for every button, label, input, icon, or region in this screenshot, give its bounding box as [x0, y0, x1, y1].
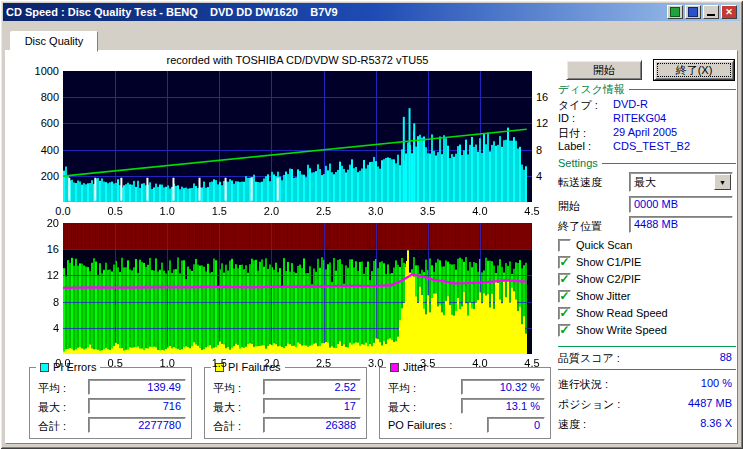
progress-label: 進行状況 : [558, 378, 608, 390]
checkbox-label: Show Jitter [576, 290, 630, 302]
disc-type-row: タイプ : DVD-R [558, 98, 736, 111]
axis-tick-label: 0.0 [48, 205, 78, 217]
checkbox-quick-scan[interactable]: Quick Scan [558, 238, 632, 252]
stat-value-field: 2.52 [263, 379, 361, 395]
speed-label: 速度 : [558, 418, 586, 430]
start-position-field[interactable]: 0000 MB [629, 196, 733, 213]
checkbox-icon[interactable]: ✓ [558, 273, 571, 286]
separator [558, 346, 736, 347]
checkbox-show-c2-pif[interactable]: ✓ Show C2/PIF [558, 272, 641, 286]
disc-date-label: 日付 : [558, 127, 586, 139]
axis-tick-label: 1.0 [152, 205, 182, 217]
checkbox-show-jitter[interactable]: ✓ Show Jitter [558, 289, 630, 303]
transfer-speed-label: 転送速度 [558, 175, 602, 190]
axis-tick-label: 4.0 [465, 205, 495, 217]
disk-icon [688, 7, 698, 17]
chart-icon-button[interactable] [667, 5, 683, 19]
axis-tick-label: 4 [536, 170, 560, 182]
checkbox-icon[interactable]: ✓ [558, 256, 571, 269]
axis-tick-label: 12 [536, 117, 560, 129]
position-row: ポジション : 4487 MB [558, 397, 734, 410]
settings-header: Settings [558, 157, 736, 169]
axis-tick-label: 12 [19, 269, 59, 281]
chevron-down-icon[interactable]: ▼ [714, 174, 731, 190]
chart-icon [670, 7, 680, 17]
minimize-icon [707, 14, 715, 16]
checkbox-show-write-speed[interactable]: ✓ Show Write Speed [558, 323, 667, 337]
axis-tick-label: 1.5 [204, 357, 234, 369]
disc-id-value: RITEKG04 [613, 112, 666, 124]
stat-label: 最大 : [38, 400, 66, 415]
checkbox-icon[interactable]: ✓ [558, 290, 571, 303]
disc-label-value: CDS_TEST_B2 [613, 140, 690, 152]
checkbox-icon[interactable] [558, 239, 571, 252]
disc-type-label: タイプ : [558, 99, 598, 111]
stat-label: PO Failures : [388, 419, 452, 431]
progress-row: 進行状況 : 100 % [558, 377, 734, 390]
window-title: CD Speed : Disc Quality Test - BENQ DVD … [6, 6, 667, 18]
stat-label: 平均 : [388, 381, 416, 396]
disc-quality-page: recorded with TOSHIBA CD/DVDW SD-R5372 v… [5, 50, 738, 444]
checkbox-label: Quick Scan [576, 239, 632, 251]
axis-tick-label: 4.5 [517, 205, 547, 217]
pi-errors-box: PI Errors 平均 : 139.49 最大 : 716 合計 : 2277… [29, 367, 192, 439]
start-position-label: 開始 [558, 199, 580, 214]
axis-tick-label: 4.5 [517, 357, 547, 369]
speed-row: 速度 : 8.36 X [558, 417, 734, 430]
header-rule [629, 89, 736, 90]
stat-label: 合計 : [38, 419, 66, 434]
close-icon: ✕ [725, 8, 733, 17]
disc-id-row: ID : RITEKG04 [558, 112, 736, 125]
stat-label: 最大 : [213, 400, 241, 415]
stat-label: 合計 : [213, 419, 241, 434]
checkbox-icon[interactable]: ✓ [558, 307, 571, 320]
save-icon-button[interactable] [685, 5, 701, 19]
pi-failures-box: PI Failures 平均 : 2.52 最大 : 17 合計 : 26388 [204, 367, 367, 439]
stat-value-field: 139.49 [88, 379, 186, 395]
axis-tick-label: 800 [19, 91, 59, 103]
stat-value-field: 10.32 % [461, 379, 545, 395]
disc-label-label: Label : [558, 140, 591, 152]
disc-info-header: ディスク情報 [558, 82, 736, 97]
axis-tick-label: 4 [19, 322, 59, 334]
stat-value-field: 716 [88, 398, 186, 414]
stat-label: 最大 : [388, 400, 416, 415]
start-button[interactable]: 開始 [566, 60, 642, 80]
minimize-button[interactable] [703, 5, 719, 19]
stat-value-field: 13.1 % [461, 398, 545, 414]
disc-date-value: 29 April 2005 [613, 126, 677, 138]
axis-tick-label: 1.0 [152, 357, 182, 369]
checkbox-icon[interactable]: ✓ [558, 324, 571, 337]
axis-tick-label: 4.0 [465, 357, 495, 369]
stat-label: 平均 : [38, 381, 66, 396]
titlebar[interactable]: CD Speed : Disc Quality Test - BENQ DVD … [3, 3, 740, 21]
exit-button[interactable]: 終了(X) [654, 60, 734, 80]
checkbox-show-c1-pie[interactable]: ✓ Show C1/PIE [558, 255, 641, 269]
axis-tick-label: 2.5 [309, 205, 339, 217]
checkbox-label: Show Write Speed [576, 324, 667, 336]
end-position-label: 終了位置 [558, 219, 602, 234]
axis-tick-label: 600 [19, 117, 59, 129]
axis-tick-label: 8 [536, 144, 560, 156]
checkbox-label: Show Read Speed [576, 307, 668, 319]
axis-tick-label: 16 [19, 243, 59, 255]
chart-note: recorded with TOSHIBA CD/DVDW SD-R5372 v… [63, 54, 532, 66]
disc-label-row: Label : CDS_TEST_B2 [558, 140, 736, 153]
quality-score-value: 88 [720, 351, 732, 363]
settings-header-label: Settings [558, 157, 598, 169]
axis-tick-label: 2.0 [256, 205, 286, 217]
axis-tick-label: 1.5 [204, 205, 234, 217]
disc-date-row: 日付 : 29 April 2005 [558, 126, 736, 139]
close-button[interactable]: ✕ [721, 5, 737, 19]
disc-type-value: DVD-R [613, 98, 648, 110]
transfer-speed-combobox[interactable]: 最大 ▼ [629, 172, 733, 192]
axis-tick-label: 3.5 [413, 205, 443, 217]
checkbox-label: Show C1/PIE [576, 256, 641, 268]
axis-tick-label: 2.5 [309, 357, 339, 369]
position-value: 4487 MB [688, 397, 732, 409]
quality-score-label: 品質スコア : [558, 352, 620, 364]
checkbox-show-read-speed[interactable]: ✓ Show Read Speed [558, 306, 668, 320]
stat-value-field: 0 [487, 417, 545, 433]
tab-disc-quality[interactable]: Disc Quality [10, 31, 98, 52]
end-position-field[interactable]: 4488 MB [629, 216, 733, 233]
